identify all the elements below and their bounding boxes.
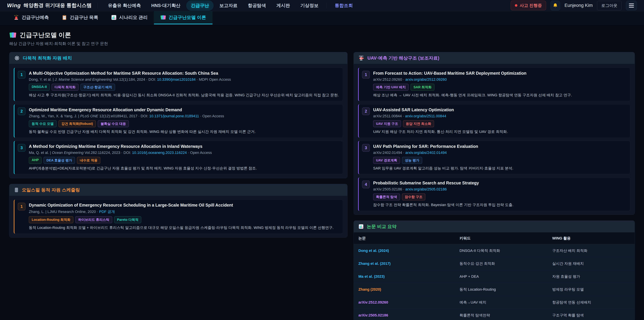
paper-meta: Dong, Y. et al. | J. Marine Science and … bbox=[29, 77, 339, 82]
column-header: 논문 bbox=[354, 232, 455, 244]
paper-meta: arXiv:2402.01494 · arxiv.org/abs/2402.01… bbox=[373, 151, 626, 155]
nav-item-weather[interactable]: 기상정보 bbox=[296, 0, 323, 11]
arxiv-link[interactable]: arxiv.org/abs/2505.02186 bbox=[405, 187, 447, 191]
tag: SAR 최적화 bbox=[410, 84, 434, 91]
doi-link[interactable]: 10.3390/jmse12010184 bbox=[157, 77, 196, 82]
table-row: arXiv:2505.02186 확률론적 탐색전략 구조구역 확률 탐색 bbox=[354, 309, 634, 320]
tab-rescue-list[interactable]: 긴급구난 목록 bbox=[55, 11, 105, 24]
tab-rescue-prediction[interactable]: 긴급구난예측 bbox=[7, 11, 55, 24]
paper-title: Probabilistic Submarine Search and Rescu… bbox=[373, 181, 626, 185]
divider bbox=[326, 3, 327, 9]
paper-link[interactable]: arXiv:2505.02186 bbox=[354, 309, 455, 320]
bell-icon bbox=[552, 3, 558, 9]
clipboard-icon bbox=[62, 15, 67, 20]
chart-icon bbox=[111, 15, 117, 20]
nav-item-aerial-search[interactable]: 항공탐색 bbox=[243, 0, 271, 11]
paper-link[interactable]: Zhang (2020) bbox=[354, 283, 455, 296]
tag: UAV 지원 구조 bbox=[373, 120, 401, 127]
paper-link[interactable]: arXiv:2512.09260 bbox=[354, 296, 455, 309]
tab-scenario-management[interactable]: 시나리오 관리 bbox=[105, 11, 154, 24]
app-title: 해양환경 위기대응 통합시스템 bbox=[24, 2, 92, 9]
wing-usage-cell: 구조구역 확률 탐색 bbox=[548, 309, 634, 320]
tab-label: 긴급구난 목록 bbox=[70, 15, 98, 21]
column-header: WING 활용 bbox=[548, 232, 634, 244]
panel-header: 오일스필 동적 자원 스케줄링 bbox=[10, 184, 347, 196]
paper-meta: Zhang, W., Yan, X. & Yang, J. | PLoS ONE… bbox=[29, 114, 339, 118]
nav-item-reports[interactable]: 보고자료 bbox=[215, 0, 242, 11]
page-header: 긴급구난모델 이론 bbox=[9, 31, 635, 39]
sub-tab-bar: 긴급구난예측 긴급구난 목록 시나리오 관리 긴급구난모델 이론 bbox=[0, 11, 644, 25]
paper-link[interactable]: Dong et al. (2024) bbox=[354, 244, 455, 257]
paper-number-badge: 3 bbox=[362, 144, 370, 152]
app-logo: Wing 해양환경 위기대응 통합시스템 bbox=[7, 2, 92, 9]
paper-title: Optimized Maritime Emergency Resource Al… bbox=[29, 107, 339, 112]
paper-number-badge: 1 bbox=[18, 203, 26, 210]
paper-card: 4 Probabilistic Submarine Search and Res… bbox=[358, 177, 630, 211]
paper-description: 동적 Location-Routing 최적화 모델 + 하이브리드 휴리스틱 … bbox=[29, 225, 339, 230]
red-dot-icon bbox=[515, 4, 518, 7]
content-grid: 다목적 최적화 자원 배치 1 A Multi-Objective Optimi… bbox=[9, 52, 635, 320]
paper-title: UAV Path Planning for SAR: Performance E… bbox=[373, 144, 626, 149]
paper-number-badge: 4 bbox=[362, 181, 370, 188]
paper-description: 동적·불확실 수요 반영 긴급구난 자원 배치 다목적 최적화 및 강건 최적화… bbox=[29, 129, 339, 134]
tag: 하이브리드 휴리스틱 bbox=[75, 216, 112, 223]
arxiv-link[interactable]: arxiv.org/abs/2511.00844 bbox=[405, 114, 446, 118]
keyword-cell: DNSGA-II 다목적 최적화 bbox=[455, 244, 548, 257]
paper-title: Dynamic Optimization of Emergency Resour… bbox=[29, 203, 339, 208]
tab-label: 긴급구난모델 이론 bbox=[168, 15, 206, 21]
paper-card: 1 From Forecast to Action: UAV-Based Mar… bbox=[358, 68, 630, 101]
column-header: 키워드 bbox=[455, 232, 548, 244]
nav-item-oil-spill[interactable]: 유출유 확산예측 bbox=[103, 0, 146, 11]
logout-button[interactable]: 로그아웃 bbox=[597, 1, 622, 10]
notifications-button[interactable] bbox=[550, 1, 560, 11]
siren-icon bbox=[14, 15, 19, 20]
wing-usage-cell: 항공탐색 연동 선제배치 bbox=[548, 296, 634, 309]
main-content: 긴급구난모델 이론 해상 긴급구난 자원 배치·최적화 이론 및 참고 연구 문… bbox=[0, 25, 644, 320]
paper-meta: arXiv:2505.02186 · arxiv.org/abs/2505.02… bbox=[373, 187, 626, 191]
tag: DNSGA-II bbox=[29, 84, 50, 91]
doi-link[interactable]: 10.1016/j.oceaneng.2023.116224 bbox=[132, 151, 187, 155]
top-bar: Wing 해양환경 위기대응 통합시스템 유출유 확산예측 HNS·대기확산 긴… bbox=[0, 0, 644, 11]
paper-card: 3 UAV Path Planning for SAR: Performance… bbox=[358, 141, 630, 174]
incident-in-progress-badge[interactable]: 사고 진행중 bbox=[511, 1, 546, 10]
paper-title: A Method for Optimizing Maritime Emergen… bbox=[29, 144, 339, 149]
keyword-cell: AHP + DEA bbox=[455, 270, 548, 283]
tag: 내수로 적용 bbox=[77, 157, 100, 164]
paper-tags: UAV 지원 구조 응답 지연 최소화 bbox=[373, 120, 626, 127]
arxiv-link[interactable]: arxiv.org/abs/2512.09260 bbox=[405, 77, 447, 82]
nav-item-hns[interactable]: HNS·대기확산 bbox=[146, 0, 185, 11]
arxiv-link[interactable]: arxiv.org/abs/2402.01494 bbox=[405, 151, 447, 155]
nav-item-integrated-search[interactable]: 통합조회 bbox=[330, 0, 358, 11]
paper-link[interactable]: Zhang et al. (2017) bbox=[354, 257, 455, 270]
paper-title: UAV-Assisted SAR Latency Optimization bbox=[373, 107, 626, 112]
books-icon bbox=[160, 15, 166, 20]
table-row: Dong et al. (2024) DNSGA-II 다목적 최적화 구조자산… bbox=[354, 244, 634, 257]
panel-header: UAV·예측 기반 해상구조 (보조자료) bbox=[354, 52, 634, 64]
tag: 잠수함 구조 bbox=[402, 193, 426, 200]
paper-link[interactable]: Ma et al. (2023) bbox=[354, 270, 455, 283]
section-title: UAV·예측 기반 해상구조 (보조자료) bbox=[368, 55, 439, 61]
keyword-cell: 동적수요·강건 최적화 bbox=[455, 257, 548, 270]
tab-rescue-model-theory[interactable]: 긴급구난모델 이론 bbox=[154, 11, 212, 24]
paper-card: 2 Optimized Maritime Emergency Resource … bbox=[14, 104, 343, 138]
paper-tags: 예측 기반 UAV 배치 SAR 최적화 bbox=[373, 84, 626, 91]
paper-number-badge: 1 bbox=[362, 71, 370, 79]
nav-item-board[interactable]: 게시판 bbox=[272, 0, 295, 11]
keyword-cell: 확률론적 탐색전략 bbox=[455, 309, 548, 320]
right-column: UAV·예측 기반 해상구조 (보조자료) 1 From Forecast to… bbox=[354, 52, 635, 320]
paper-number-badge: 3 bbox=[18, 144, 26, 152]
tag: 다목적 최적화 bbox=[52, 84, 78, 91]
paper-card: 3 A Method for Optimizing Maritime Emerg… bbox=[14, 141, 343, 174]
paper-tags: UAV 경로계획 성능 평가 bbox=[373, 157, 626, 164]
panel-header: 논문 비교 요약 bbox=[354, 221, 634, 232]
paper-tags: DNSGA-II 다목적 최적화 구조선·항공기 배치 bbox=[29, 84, 339, 91]
doi-link[interactable]: 10.1371/journal.pone.0189411 bbox=[149, 114, 199, 118]
tag: DEA 효율성 평가 bbox=[44, 157, 75, 164]
section-title: 오일스필 동적 자원 스케줄링 bbox=[22, 187, 80, 193]
incident-badge-label: 사고 진행중 bbox=[520, 3, 542, 8]
menu-button[interactable] bbox=[626, 1, 637, 11]
paper-card: 1 A Multi-Objective Optimization Method … bbox=[14, 68, 343, 101]
pdf-link[interactable]: PDF 공개 bbox=[99, 210, 115, 214]
paper-description: UAV 지원 해상 구조 처리·지연 최적화. 통신·처리 지연 모델링 및 U… bbox=[373, 129, 626, 134]
nav-item-emergency-rescue[interactable]: 긴급구난 bbox=[186, 0, 214, 11]
